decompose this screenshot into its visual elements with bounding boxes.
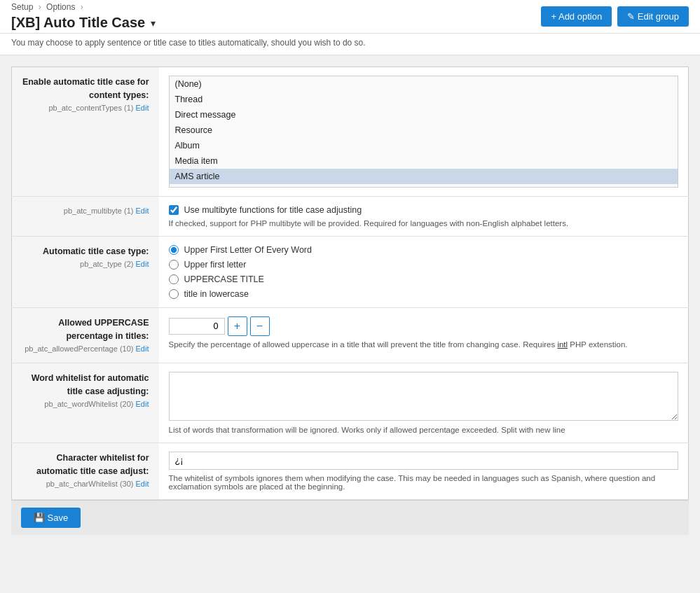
- row-multibyte: pb_atc_multibyte (1) Edit Use multibyte …: [12, 197, 689, 237]
- label-title-case-type-text: Automatic title case type:: [22, 245, 149, 258]
- content-types-listbox[interactable]: (None) Thread Direct message Resource Al…: [169, 76, 679, 188]
- stepper-increment-button[interactable]: +: [228, 316, 247, 336]
- char-whitelist-input[interactable]: [169, 452, 679, 470]
- label-word-whitelist: Word whitelist for automatic title case …: [12, 363, 159, 443]
- value-char-whitelist: The whitelist of symbols ignores them wh…: [159, 443, 689, 500]
- radio-label-upper-every: Upper First Letter Of Every Word: [184, 245, 312, 255]
- listbox-item-ams-article[interactable]: AMS article: [170, 169, 678, 184]
- edit-group-button[interactable]: ✎ Edit group: [617, 6, 689, 27]
- meta-multibyte: pb_atc_multibyte (1) Edit: [22, 205, 149, 217]
- meta-word-whitelist: pb_atc_wordWhitelist (20) Edit: [22, 398, 149, 410]
- radio-uppercase[interactable]: [169, 274, 179, 284]
- edit-word-whitelist-link[interactable]: Edit: [136, 400, 149, 408]
- radio-label-lowercase: title in lowercase: [184, 289, 249, 299]
- edit-title-case-type-link[interactable]: Edit: [136, 260, 149, 268]
- header: Setup › Options › [XB] Auto Title Case ▾…: [0, 0, 700, 34]
- subtitle-bar: You may choose to apply sentence or titl…: [0, 34, 700, 55]
- label-content-types: Enable automatic title case for content …: [12, 67, 159, 197]
- percentage-input[interactable]: [169, 318, 225, 335]
- radio-label-uppercase: UPPERCASE TITLE: [184, 274, 264, 284]
- page-title: [XB] Auto Title Case: [11, 15, 145, 31]
- breadcrumb-sep1: ›: [39, 2, 41, 12]
- radio-upper-every[interactable]: [169, 245, 179, 255]
- label-content-types-text: Enable automatic title case for content …: [22, 76, 149, 102]
- value-multibyte: Use multibyte functions for title case a…: [159, 197, 689, 237]
- radio-row-upper-first: Upper first letter: [169, 260, 679, 270]
- listbox-item-ubs-blog[interactable]: UBS blog: [170, 184, 678, 188]
- char-whitelist-hint: The whitelist of symbols ignores them wh…: [169, 474, 679, 491]
- listbox-item-resource[interactable]: Resource: [170, 123, 678, 138]
- subtitle-text: You may choose to apply sentence or titl…: [11, 38, 366, 48]
- row-allowed-percentage: Allowed UPPERCASE percentage in titles: …: [12, 308, 689, 363]
- radio-lowercase[interactable]: [169, 289, 179, 299]
- edit-allowed-percentage-link[interactable]: Edit: [136, 344, 149, 353]
- multibyte-hint: If checked, support for PHP multibyte wi…: [169, 219, 679, 228]
- radio-label-upper-first: Upper first letter: [184, 260, 247, 270]
- meta-title-case-type: pb_atc_type (2) Edit: [22, 258, 149, 270]
- dropdown-arrow-icon[interactable]: ▾: [151, 18, 156, 29]
- label-multibyte: pb_atc_multibyte (1) Edit: [12, 197, 159, 237]
- breadcrumb-setup[interactable]: Setup: [11, 2, 33, 12]
- title-case-type-radio-group: Upper First Letter Of Every Word Upper f…: [169, 245, 679, 299]
- value-content-types: (None) Thread Direct message Resource Al…: [159, 67, 689, 197]
- listbox-item-none[interactable]: (None): [170, 76, 678, 92]
- header-buttons: + Add option ✎ Edit group: [541, 6, 689, 27]
- breadcrumb: Setup › Options ›: [11, 2, 156, 12]
- listbox-item-album[interactable]: Album: [170, 138, 678, 153]
- breadcrumb-options[interactable]: Options: [46, 2, 75, 12]
- label-char-whitelist: Character whitelist for automatic title …: [12, 443, 159, 500]
- word-whitelist-textarea[interactable]: [169, 372, 679, 421]
- listbox-item-thread[interactable]: Thread: [170, 92, 678, 107]
- breadcrumb-sep2: ›: [81, 2, 83, 12]
- radio-upper-first[interactable]: [169, 260, 179, 270]
- word-whitelist-hint: List of words that transformation will b…: [169, 426, 679, 434]
- listbox-item-direct-message[interactable]: Direct message: [170, 107, 678, 123]
- percentage-hint-pre: Specify the percentage of allowed upperc…: [169, 340, 558, 349]
- listbox-item-media-item[interactable]: Media item: [170, 153, 678, 169]
- label-allowed-percentage: Allowed UPPERCASE percentage in titles: …: [12, 308, 159, 363]
- edit-multibyte-link[interactable]: Edit: [136, 207, 149, 215]
- percentage-hint: Specify the percentage of allowed upperc…: [169, 340, 679, 349]
- radio-row-upper-every: Upper First Letter Of Every Word: [169, 245, 679, 255]
- stepper-row: + −: [169, 316, 679, 336]
- label-title-case-type: Automatic title case type: pb_atc_type (…: [12, 237, 159, 308]
- row-word-whitelist: Word whitelist for automatic title case …: [12, 363, 689, 443]
- radio-row-lowercase: title in lowercase: [169, 289, 679, 299]
- percentage-hint-post: PHP extenstion.: [568, 340, 627, 349]
- meta-allowed-percentage: pb_atc_allowedPercentage (10) Edit: [22, 343, 149, 355]
- value-word-whitelist: List of words that transformation will b…: [159, 363, 689, 443]
- row-content-types: Enable automatic title case for content …: [12, 67, 689, 197]
- meta-content-types: pb_atc_contentTypes (1) Edit: [22, 102, 149, 114]
- stepper-decrement-button[interactable]: −: [250, 316, 270, 336]
- label-word-whitelist-text: Word whitelist for automatic title case …: [22, 372, 149, 398]
- radio-row-uppercase: UPPERCASE TITLE: [169, 274, 679, 284]
- footer-bar: 💾 Save: [11, 500, 689, 535]
- intl-link[interactable]: intl: [557, 340, 568, 349]
- multibyte-checkbox-row: Use multibyte functions for title case a…: [169, 205, 679, 215]
- value-title-case-type: Upper First Letter Of Every Word Upper f…: [159, 237, 689, 308]
- meta-char-whitelist: pb_atc_charWhitelist (30) Edit: [22, 478, 149, 490]
- main-content: Enable automatic title case for content …: [0, 55, 700, 546]
- label-char-whitelist-text: Character whitelist for automatic title …: [22, 452, 149, 478]
- save-button[interactable]: 💾 Save: [21, 508, 81, 528]
- value-allowed-percentage: + − Specify the percentage of allowed up…: [159, 308, 689, 363]
- settings-table: Enable automatic title case for content …: [11, 67, 689, 500]
- edit-content-types-link[interactable]: Edit: [136, 104, 149, 112]
- add-option-button[interactable]: + Add option: [541, 6, 612, 27]
- multibyte-checkbox-label: Use multibyte functions for title case a…: [184, 205, 362, 215]
- row-char-whitelist: Character whitelist for automatic title …: [12, 443, 689, 500]
- row-title-case-type: Automatic title case type: pb_atc_type (…: [12, 237, 689, 308]
- label-allowed-percentage-text: Allowed UPPERCASE percentage in titles:: [22, 316, 149, 343]
- multibyte-checkbox[interactable]: [169, 205, 179, 215]
- edit-char-whitelist-link[interactable]: Edit: [136, 480, 149, 488]
